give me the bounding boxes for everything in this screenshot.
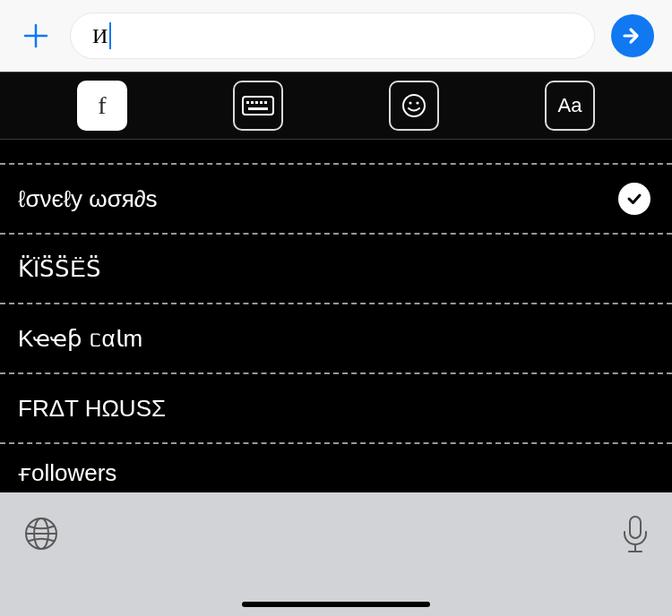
keyboard-tabs: f Aa: [0, 72, 672, 140]
compose-bar: И: [0, 0, 672, 72]
font-style-label: ғollowerѕ: [18, 459, 650, 492]
svg-rect-2: [251, 101, 254, 104]
svg-rect-5: [264, 101, 267, 104]
font-style-row[interactable]: ℓσνєℓу ωσя∂ѕ: [0, 165, 672, 233]
message-input-value: И: [92, 24, 108, 48]
text-size-icon: Aa: [558, 94, 582, 117]
tab-emoji[interactable]: [389, 81, 439, 131]
smiley-icon: [401, 92, 427, 119]
microphone-button[interactable]: [620, 514, 650, 559]
tab-font[interactable]: f: [77, 81, 127, 131]
svg-point-9: [416, 101, 418, 104]
message-input[interactable]: И: [70, 13, 595, 59]
add-button[interactable]: [18, 18, 54, 54]
svg-point-8: [409, 101, 411, 104]
font-style-label: Kҽҽƥ ᥴαƖm: [18, 325, 650, 353]
keyboard-icon: [242, 96, 274, 116]
globe-button[interactable]: [22, 514, 61, 557]
font-style-label: ℓσνєℓу ωσя∂ѕ: [18, 185, 618, 213]
selected-check: [618, 183, 650, 215]
tab-size[interactable]: Aa: [545, 81, 595, 131]
svg-rect-3: [255, 101, 258, 104]
tab-keyboard[interactable]: [233, 81, 283, 131]
svg-rect-13: [630, 517, 641, 538]
font-style-row[interactable]: K̈ÏS̈S̈ËS̈: [0, 235, 672, 303]
svg-rect-1: [246, 101, 249, 104]
font-icon: f: [98, 91, 106, 120]
font-style-row[interactable]: Kҽҽƥ ᥴαƖm: [0, 304, 672, 372]
globe-icon: [22, 514, 61, 553]
check-icon: [625, 190, 643, 208]
microphone-icon: [620, 514, 650, 555]
font-style-row[interactable]: ғollowerѕ: [0, 444, 672, 492]
text-caret: [109, 22, 111, 49]
send-icon: [621, 24, 644, 47]
svg-rect-0: [243, 97, 273, 115]
font-style-row[interactable]: FRΔT HΩUSΣ: [0, 374, 672, 442]
svg-point-7: [403, 95, 425, 116]
plus-icon: [22, 21, 50, 50]
font-style-list: ℓσνєℓу ωσя∂ѕ K̈ÏS̈S̈ËS̈ Kҽҽƥ ᥴαƖm FRΔT H…: [0, 140, 672, 492]
home-indicator[interactable]: [242, 602, 430, 607]
font-style-label: K̈ÏS̈S̈ËS̈: [18, 255, 650, 283]
svg-rect-4: [260, 101, 263, 104]
font-style-label: FRΔT HΩUSΣ: [18, 395, 650, 423]
send-button[interactable]: [611, 14, 654, 57]
svg-rect-6: [248, 107, 268, 110]
keyboard-bottom-bar: [0, 492, 672, 616]
